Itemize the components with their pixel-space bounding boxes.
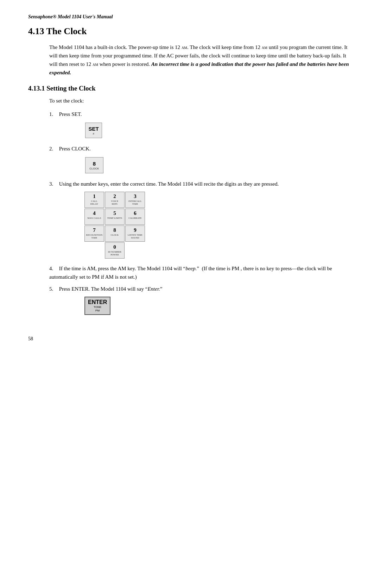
step-1: 1. Press SET. SET # (49, 110, 352, 139)
key-4: 4 MAX CALLS (84, 209, 104, 225)
step-2: 2. Press CLOCK. 8 CLOCK (49, 144, 352, 174)
set-key-container: SET # (84, 122, 352, 139)
step-2-text: 2. Press CLOCK. (49, 144, 352, 153)
step-3-text: 3. Using the number keys, enter the corr… (49, 180, 352, 188)
clock-key: 8 CLOCK (85, 157, 103, 173)
step-5-text: 5. Press ENTER. The Model 1104 will say … (49, 285, 352, 293)
key-6: 6 CALIBRATE (125, 209, 145, 225)
step-5: 5. Press ENTER. The Model 1104 will say … (49, 285, 352, 315)
enter-key: ENTER TONEPM (84, 297, 110, 315)
step-4: 4. If the time is AM, press the AM key. … (49, 264, 352, 281)
intro-paragraph: The Model 1104 has a built-in clock. The… (49, 43, 352, 77)
key-5: 5 TEMP LIMITS (105, 209, 125, 225)
step-3: 3. Using the number keys, enter the corr… (49, 180, 352, 259)
section-title: 4.13 The Clock (28, 26, 352, 37)
step-1-text: 1. Press SET. (49, 110, 352, 118)
key-1: 1 CALLDELAY (84, 192, 104, 208)
header: Sensaphone® Model 1104 User's Manual (28, 14, 352, 20)
set-key: SET # (85, 123, 102, 138)
to-set-text: To set the clock: (49, 97, 352, 105)
key-0: 0 ID NUMBERPOWER (105, 242, 125, 259)
key-7: 7 RECOGNITIONTIME (84, 225, 104, 242)
key-3: 3 INTERCALLTIME (125, 192, 145, 208)
subsection-title: 4.13.1 Setting the Clock (28, 85, 352, 92)
key-2: 2 VOICEREPS (105, 192, 125, 208)
key-8: 8 CLOCK (105, 225, 125, 242)
page-number: 58 (28, 336, 352, 342)
header-text: Sensaphone® Model 1104 User's Manual (28, 14, 113, 19)
keypad-grid: 1 CALLDELAY 2 VOICEREPS 3 INTERCALLTIME … (84, 192, 352, 259)
step-4-text: 4. If the time is AM, press the AM key. … (49, 264, 352, 281)
key-9: 9 LISTEN TIMESOUND (125, 225, 145, 242)
enter-key-container: ENTER TONEPM (84, 297, 352, 315)
clock-key-container: 8 CLOCK (84, 156, 352, 174)
